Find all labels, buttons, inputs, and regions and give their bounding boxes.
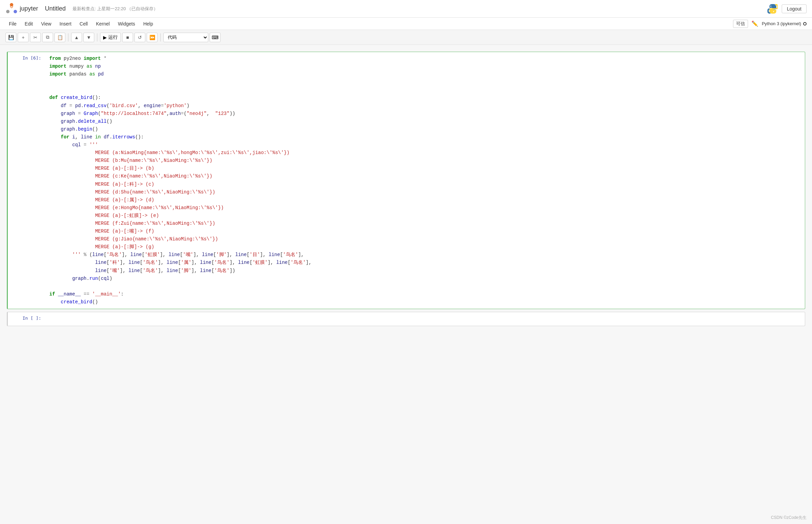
menu-help[interactable]: Help	[140, 20, 157, 28]
restart-run-button[interactable]: ⏩	[147, 33, 158, 42]
cell-type-select[interactable]: 代码 Markdown Raw NBConvert 标题	[163, 33, 208, 42]
run-icon: ▶	[103, 35, 107, 40]
jupyter-logo: jupyter	[5, 3, 38, 15]
jupyter-title: jupyter	[20, 5, 38, 12]
top-bar-left: jupyter Untitled 最新检查点: 上星期一22:20 （已自动保存…	[5, 3, 158, 15]
copy-button[interactable]: ⧉	[42, 33, 53, 42]
cell-content-1[interactable]: from py2neo import * import numpy as np …	[45, 52, 805, 309]
restart-button[interactable]: ↺	[134, 33, 145, 42]
svg-point-4	[773, 11, 774, 12]
menu-file[interactable]: File	[5, 20, 20, 28]
paste-button[interactable]: 📋	[54, 33, 65, 42]
menu-items: File Edit View Insert Cell Kernel Widget…	[5, 20, 157, 28]
svg-point-1	[6, 10, 10, 13]
checkpoint-info: 最新检查点: 上星期一22:20 （已自动保存）	[73, 6, 158, 12]
code-block-1: from py2neo import * import numpy as np …	[49, 55, 801, 306]
separator-1	[68, 33, 68, 42]
edit-pencil-icon[interactable]: ✏️	[751, 20, 758, 27]
cell-content-2[interactable]	[45, 312, 805, 326]
menu-edit[interactable]: Edit	[21, 20, 36, 28]
run-button[interactable]: ▶ 运行	[100, 33, 121, 42]
menu-insert[interactable]: Insert	[56, 20, 75, 28]
top-bar: jupyter Untitled 最新检查点: 上星期一22:20 （已自动保存…	[0, 0, 812, 18]
svg-point-2	[14, 10, 17, 13]
footer-credit: CSDN ©zCode先生	[771, 515, 807, 521]
notebook-area: In [6]: from py2neo import * import nump…	[0, 45, 812, 524]
trusted-badge: 可信	[733, 20, 748, 28]
notebook-title[interactable]: Untitled	[45, 5, 66, 12]
top-bar-right: Logout	[767, 3, 807, 14]
cut-button[interactable]: ✂	[30, 33, 41, 42]
save-button[interactable]: 💾	[5, 33, 16, 42]
svg-point-3	[770, 5, 771, 6]
menu-cell[interactable]: Cell	[76, 20, 91, 28]
python-icon	[767, 3, 778, 14]
run-label: 运行	[108, 34, 118, 40]
move-down-button[interactable]: ▼	[83, 33, 94, 42]
add-cell-button[interactable]: +	[18, 33, 29, 42]
menu-bar: File Edit View Insert Cell Kernel Widget…	[0, 18, 812, 30]
kernel-name-label: Python 3 (ipykernel)	[762, 21, 801, 26]
menu-right: 可信 ✏️ Python 3 (ipykernel)	[733, 20, 807, 28]
kernel-status-dot	[803, 22, 807, 26]
menu-widgets[interactable]: Widgets	[114, 20, 139, 28]
separator-3	[160, 33, 161, 42]
keyboard-shortcuts-button[interactable]: ⌨	[210, 33, 221, 42]
cell-prompt-1: In [6]:	[8, 52, 45, 309]
code-cell-1[interactable]: In [6]: from py2neo import * import nump…	[7, 52, 805, 309]
jupyter-logo-icon	[5, 3, 18, 15]
menu-kernel[interactable]: Kernel	[93, 20, 113, 28]
toolbar: 💾 + ✂ ⧉ 📋 ▲ ▼ ▶ 运行 ■ ↺ ⏩ 代码 Markdown Raw…	[0, 30, 812, 45]
kernel-info: Python 3 (ipykernel)	[762, 21, 807, 26]
stop-button[interactable]: ■	[122, 33, 133, 42]
svg-point-0	[10, 3, 13, 6]
separator-2	[97, 33, 97, 42]
cell-prompt-2: In [ ]:	[8, 312, 45, 326]
menu-view[interactable]: View	[38, 20, 55, 28]
code-cell-2[interactable]: In [ ]:	[7, 312, 805, 326]
move-up-button[interactable]: ▲	[71, 33, 82, 42]
logout-button[interactable]: Logout	[782, 4, 807, 13]
